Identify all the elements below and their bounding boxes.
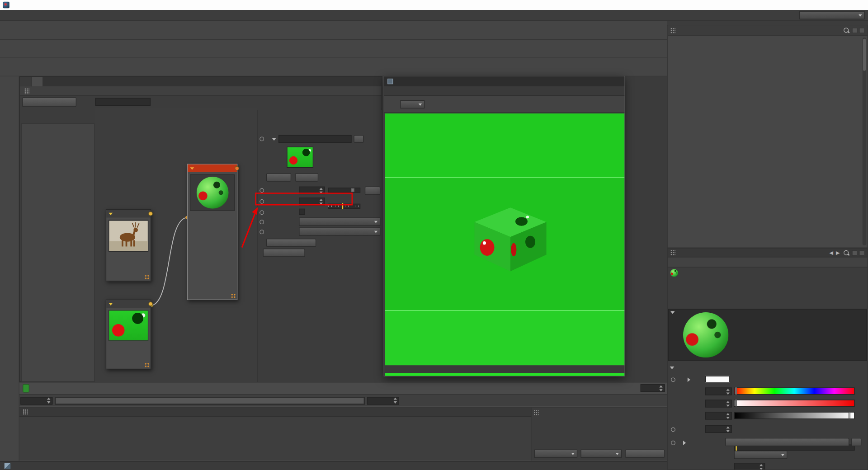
panel-drag-handle[interactable] xyxy=(533,409,538,415)
settings-icon[interactable] xyxy=(859,250,864,255)
search-icon[interactable] xyxy=(843,249,850,256)
texture-expand-icon[interactable] xyxy=(683,441,686,445)
texture-thumbnail[interactable] xyxy=(287,147,313,168)
value-bar[interactable] xyxy=(734,412,855,419)
close-button[interactable] xyxy=(849,0,865,10)
live-viewer-titlebar[interactable] xyxy=(384,76,624,86)
file-browse-button[interactable] xyxy=(354,135,363,143)
collapse-icon[interactable] xyxy=(108,212,113,215)
apply-button[interactable] xyxy=(625,450,665,458)
resize-grip[interactable] xyxy=(231,293,236,298)
panel-drag-handle[interactable] xyxy=(670,28,675,33)
collapse-icon[interactable] xyxy=(190,167,194,170)
preview-options-icon[interactable] xyxy=(670,311,675,314)
uv-transform-button[interactable] xyxy=(266,239,316,247)
history-back-icon[interactable]: ◀ xyxy=(829,250,833,255)
resize-grip[interactable] xyxy=(145,362,150,367)
power-input[interactable] xyxy=(299,187,325,194)
green-texture-preview xyxy=(108,310,148,341)
maxon-branding xyxy=(3,407,9,409)
channel-select[interactable] xyxy=(400,100,425,108)
node-type-list xyxy=(21,123,95,382)
tab-view[interactable] xyxy=(20,77,32,86)
hue-bar[interactable] xyxy=(734,387,855,395)
gamma-input[interactable] xyxy=(299,197,325,205)
range-scrollbar[interactable] xyxy=(55,397,365,404)
node-imagetexture-header[interactable] xyxy=(106,300,151,308)
toolbar-modeling xyxy=(0,40,667,58)
object-manager-scrollbar[interactable] xyxy=(863,38,867,245)
current-frame-marker[interactable] xyxy=(23,384,29,392)
deer-image xyxy=(109,221,148,252)
file-path-field[interactable] xyxy=(278,135,352,143)
minimize-button[interactable] xyxy=(817,0,833,10)
hue-input[interactable] xyxy=(705,387,732,395)
saturation-bar[interactable] xyxy=(734,400,855,407)
status-bar xyxy=(0,461,667,470)
cinema4d-window: ◀ ▶ xyxy=(0,0,868,470)
file-menu-icon[interactable] xyxy=(272,137,276,140)
output-port[interactable] xyxy=(235,166,239,170)
object-manager xyxy=(667,25,868,248)
panel-drag-handle[interactable] xyxy=(23,409,28,415)
tab-octane-node-editor[interactable] xyxy=(32,77,43,86)
toolbar-main xyxy=(0,21,667,40)
sampling-select[interactable] xyxy=(734,451,788,459)
float-input[interactable] xyxy=(705,425,732,433)
filter-icon[interactable] xyxy=(859,28,864,33)
border-mode-select[interactable] xyxy=(299,217,380,226)
material-preview-ball xyxy=(683,312,728,357)
timeline-ruler[interactable] xyxy=(19,382,667,394)
octane-live-viewer xyxy=(384,76,625,376)
power-slider[interactable] xyxy=(328,188,360,193)
range-end-field[interactable] xyxy=(367,397,399,404)
panel-drag-handle[interactable] xyxy=(670,249,675,255)
toolbar-octane xyxy=(0,58,667,76)
node-octdiffuse-header[interactable] xyxy=(188,164,237,172)
maximize-button[interactable] xyxy=(833,0,849,10)
node-imagetexture-deer[interactable] xyxy=(106,209,151,281)
value-input[interactable] xyxy=(705,412,732,419)
status-icon xyxy=(5,463,10,469)
material-manager xyxy=(19,407,532,461)
lock-icon[interactable] xyxy=(852,28,857,33)
material-preview-area[interactable] xyxy=(668,309,867,361)
node-imagetexture-green[interactable] xyxy=(106,300,151,369)
node-graph[interactable] xyxy=(94,108,257,383)
interface-select[interactable] xyxy=(799,11,864,19)
section-collapse-icon[interactable] xyxy=(670,366,675,369)
projection-button[interactable] xyxy=(263,249,305,257)
render-progress-bar xyxy=(385,373,624,376)
edit-button[interactable] xyxy=(295,173,318,181)
range-start-field[interactable] xyxy=(20,397,52,404)
texture-shader-button[interactable] xyxy=(725,438,849,446)
node-imagetexture-header[interactable] xyxy=(106,210,151,217)
node-octdiffuse[interactable] xyxy=(187,164,237,300)
left-toolbar xyxy=(0,76,19,470)
type-select[interactable] xyxy=(299,227,380,235)
reload-button[interactable] xyxy=(266,173,291,181)
resize-grip[interactable] xyxy=(145,275,150,280)
color-expand-icon[interactable] xyxy=(688,377,690,382)
collapse-icon[interactable] xyxy=(108,303,113,306)
output-port[interactable] xyxy=(148,212,153,216)
anim-dot[interactable] xyxy=(259,137,264,141)
invert-checkbox[interactable] xyxy=(299,209,305,215)
panel-drag-handle[interactable] xyxy=(24,88,29,94)
texture-browse-button[interactable] xyxy=(851,438,861,446)
saturation-input[interactable] xyxy=(705,400,732,407)
lock-icon[interactable] xyxy=(852,250,857,255)
coordinate-mode-select[interactable] xyxy=(534,450,578,458)
render-view[interactable] xyxy=(385,113,624,365)
color-swatch[interactable] xyxy=(705,376,730,383)
search-icon[interactable] xyxy=(843,27,850,34)
current-frame-field[interactable] xyxy=(641,384,665,392)
blur-offset-input[interactable] xyxy=(734,463,765,470)
search-input[interactable] xyxy=(95,98,151,106)
size-mode-select[interactable] xyxy=(580,450,622,458)
output-port[interactable] xyxy=(148,302,153,306)
tex-button[interactable] xyxy=(365,187,380,195)
get-active-mat-button[interactable] xyxy=(22,97,76,107)
render-status-bar xyxy=(385,365,624,373)
history-forward-icon[interactable]: ▶ xyxy=(836,250,840,255)
